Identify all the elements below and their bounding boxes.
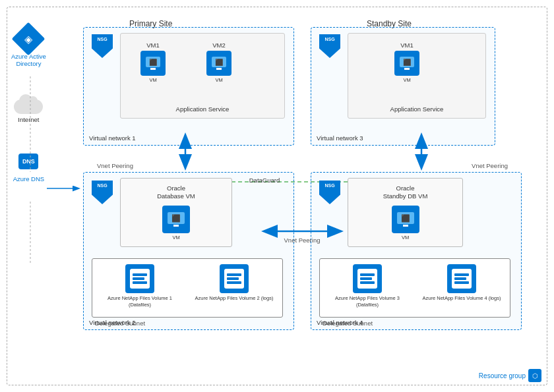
netapp1-label: Azure NetApp Files Volume 1 (Datafiles) (100, 295, 179, 308)
vm1-standby-icon: ⬛ (394, 51, 419, 76)
vnet-peering-right-label: Vnet Peering (472, 162, 508, 169)
resource-group: Resource group ⬡ (479, 369, 541, 382)
netapp2-icon (220, 264, 249, 293)
oracle-standby-vm-icon: ⬛ (392, 206, 419, 233)
oracle-db-vm-icon: ⬛ (162, 206, 190, 233)
vnet1-box: NSG VM1 ⬛ VM VM2 ⬛ (83, 27, 294, 146)
vnet-peering-left-label: Vnet Peering (97, 162, 133, 169)
vnet4-label: Virtual network 4 (317, 319, 363, 326)
vnet3-box: NSG VM1 ⬛ VM Application Service Virtual… (311, 27, 495, 146)
dns-icon: DNS (16, 150, 40, 173)
oracle-standby-db-vm-box: OracleStandby DB VM ⬛ VM (348, 178, 463, 247)
delegated-subnet-standby: Azure NetApp Files Volume 3 (Datafiles) … (319, 258, 510, 318)
app-service-standby-label: Application Service (348, 105, 485, 113)
netapp1-group: Azure NetApp Files Volume 1 (Datafiles) (100, 264, 179, 308)
vm2-group: VM2 ⬛ VM (206, 42, 231, 83)
nsg3-icon: NSG (319, 34, 340, 58)
main-container: ◈ Azure Active Directory Internet DNS Az… (7, 7, 547, 385)
vnet2-box: NSG OracleDatabase VM ⬛ VM (83, 172, 294, 330)
nsg1-icon: NSG (92, 34, 113, 58)
vm1-icon: ⬛ (140, 51, 166, 76)
netapp3-group: Azure NetApp Files Volume 3 (Datafiles) (328, 264, 407, 308)
vm1-group: VM1 ⬛ VM (140, 42, 166, 83)
netapp1-icon (125, 264, 154, 293)
vm2-label: VM2 (212, 42, 226, 49)
nsg1-shield: NSG (92, 34, 113, 58)
netapp3-label: Azure NetApp Files Volume 3 (Datafiles) (328, 295, 407, 308)
netapp4-group: Azure NetApp Files Volume 4 (logs) (422, 264, 501, 302)
app-service-standby: VM1 ⬛ VM Application Service (348, 33, 486, 119)
vnet1-label: Virtual network 1 (89, 134, 136, 142)
vnet2-label: Virtual network 2 (89, 319, 136, 326)
dns-section: DNS Azure DNS (13, 150, 45, 182)
internet-icon (14, 94, 43, 114)
internet-label: Internet (18, 116, 39, 123)
nsg2-icon: NSG (92, 181, 113, 204)
netapp2-group: Azure NetApp Files Volume 2 (logs) (195, 264, 274, 302)
vm1-label: VM1 (146, 42, 160, 49)
nsg4-icon: NSG (319, 181, 340, 204)
vm1-standby-group: VM1 ⬛ VM (394, 42, 419, 83)
netapp3-icon (353, 264, 382, 293)
resource-group-label-text: Resource group (479, 372, 526, 379)
netapp2-label: Azure NetApp Files Volume 2 (logs) (195, 295, 274, 302)
dataguard-label: DataGuard (249, 177, 280, 184)
left-panel: ◈ Azure Active Directory Internet DNS Az… (11, 27, 46, 182)
vnet-peering-middle-label: Vnet Peering (284, 237, 321, 244)
vnet3-label: Virtual network 3 (317, 134, 363, 142)
oracle-db-vm-box: OracleDatabase VM ⬛ VM (120, 178, 232, 247)
vm1-standby-label: VM1 (400, 42, 414, 49)
oracle-standby-db-label: OracleStandby DB VM (383, 184, 428, 201)
app-service-primary: VM1 ⬛ VM VM2 ⬛ VM (120, 33, 285, 119)
nsg4-shield: NSG (319, 181, 340, 204)
delegated-subnet-primary: Azure NetApp Files Volume 1 (Datafiles) … (92, 258, 283, 318)
dns-label: Azure DNS (13, 175, 45, 182)
nsg2-shield: NSG (92, 181, 113, 204)
netapp4-label: Azure NetApp Files Volume 4 (logs) (423, 295, 501, 302)
resource-group-icon: ⬡ (528, 369, 541, 382)
dns-acronym: DNS (22, 158, 35, 165)
vnet4-box: NSG OracleStandby DB VM ⬛ VM (311, 172, 522, 330)
vm2-icon: ⬛ (206, 51, 231, 76)
azure-ad-icon: ◈ (12, 22, 46, 56)
oracle-db-label: OracleDatabase VM (157, 184, 195, 201)
app-service-primary-label: Application Service (121, 105, 284, 113)
internet-section: Internet (14, 94, 43, 123)
netapp4-icon (447, 264, 476, 293)
nsg3-shield: NSG (319, 34, 340, 58)
azure-ad-section: ◈ Azure Active Directory (11, 27, 46, 68)
